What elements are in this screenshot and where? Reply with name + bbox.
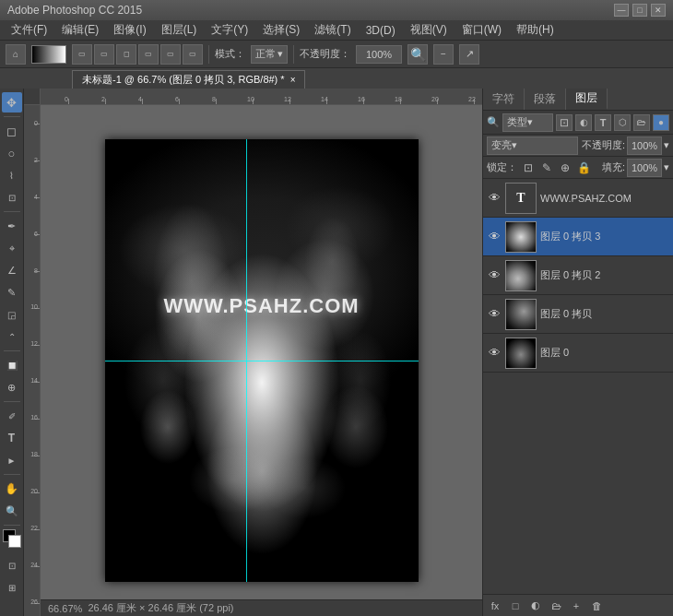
layer-eye-base[interactable]: 👁 — [487, 346, 502, 361]
opacity-input[interactable]: 100% — [356, 45, 402, 64]
tab-close-button[interactable]: × — [290, 75, 296, 85]
lock-artboard-btn[interactable]: ⊕ — [558, 160, 573, 175]
share-icon[interactable]: ↗ — [459, 44, 479, 65]
marquee-tool[interactable]: ◻ — [2, 121, 22, 141]
gradient-tool[interactable]: 🔲 — [2, 355, 22, 375]
filter-adj-btn[interactable]: ◐ — [575, 114, 592, 131]
layer-item-text[interactable]: 👁 T WWW.PSAHZ.COM — [483, 179, 673, 218]
filter-type-dropdown[interactable]: 类型 ▾ — [502, 113, 553, 132]
lasso-tool[interactable]: ○ — [2, 143, 22, 163]
fill-value-input[interactable]: 100% — [627, 159, 662, 177]
layer-group-btn[interactable]: 🗁 — [548, 598, 564, 614]
horizontal-guide — [105, 361, 419, 361]
layers-panel: 🔍 类型 ▾ ⊡ ◐ T ⬡ 🗁 ● 变亮 ▾ 不透明度: — [483, 111, 673, 616]
fill-row: 填充: 100% ▾ — [602, 159, 669, 177]
eyedropper-tool[interactable]: ✒ — [2, 216, 22, 236]
brush-presets: ▭ ▭ ◻ ▭ ▭ ▭ — [72, 44, 203, 65]
layer-item-copy[interactable]: 👁 图层 0 拷贝 — [483, 295, 673, 334]
path-select-tool[interactable]: ► — [2, 450, 22, 470]
menu-file[interactable]: 文件(F) — [4, 20, 54, 40]
zoom-out-icon[interactable]: − — [433, 44, 454, 65]
filter-type-btn[interactable]: T — [595, 114, 611, 131]
eraser-tool[interactable]: ⌃ — [2, 326, 22, 347]
menu-3d[interactable]: 3D(D) — [359, 22, 403, 39]
screen-mode-tool[interactable]: ⊞ — [2, 577, 22, 598]
blend-mode-dropdown[interactable]: 变亮 ▾ — [487, 136, 578, 155]
ruler-h-label: 0 — [65, 96, 68, 102]
lock-pixels-btn[interactable]: ⊡ — [521, 160, 536, 175]
minimize-button[interactable]: — — [614, 4, 629, 17]
brush-preset-1[interactable]: ▭ — [72, 44, 92, 65]
blend-mode-bar: 变亮 ▾ 不透明度: 100% ▾ — [483, 135, 673, 157]
tab-paragraph[interactable]: 段落 — [525, 89, 566, 110]
zoom-in-icon[interactable]: 🔍 — [407, 44, 428, 65]
menu-filter[interactable]: 滤镜(T) — [307, 20, 358, 40]
layer-eye-copy3[interactable]: 👁 — [487, 230, 502, 244]
layers-toolbar: fx □ ◐ 🗁 + 🗑 — [483, 594, 673, 616]
quick-mask-tool[interactable]: ⊡ — [2, 555, 22, 575]
layer-name-copy3: 图层 0 拷贝 3 — [540, 230, 669, 243]
filter-shape-btn[interactable]: ⬡ — [614, 114, 631, 131]
menu-edit[interactable]: 编辑(E) — [54, 20, 106, 40]
foreground-background-swatch[interactable] — [3, 529, 21, 548]
menu-window[interactable]: 窗口(W) — [455, 20, 509, 40]
menu-select[interactable]: 选择(S) — [255, 20, 307, 40]
type-tool[interactable]: T — [2, 428, 22, 448]
opacity-value-input[interactable]: 100% — [627, 136, 662, 155]
home-icon[interactable]: ⌂ — [6, 44, 26, 65]
layer-eye-copy[interactable]: 👁 — [487, 307, 502, 322]
brush-preset-2[interactable]: ▭ — [94, 44, 114, 65]
mode-dropdown[interactable]: 正常 ▾ — [251, 45, 288, 64]
clone-tool[interactable]: ✎ — [2, 282, 22, 302]
zoom-tool[interactable]: 🔍 — [2, 501, 22, 521]
brush-preset-3[interactable]: ◻ — [116, 44, 136, 65]
color-swatch[interactable] — [31, 45, 66, 64]
tool-sep-6 — [4, 525, 20, 526]
layer-adj-btn[interactable]: ◐ — [527, 598, 544, 614]
vertical-guide — [246, 139, 247, 582]
history-tool[interactable]: ◲ — [2, 304, 22, 325]
healing-tool[interactable]: ⌖ — [2, 238, 22, 258]
layer-delete-btn[interactable]: 🗑 — [588, 598, 605, 614]
layer-item-copy3[interactable]: 👁 图层 0 拷贝 3 — [483, 218, 673, 256]
layers-list: 👁 T WWW.PSAHZ.COM 👁 图层 0 拷贝 3 👁 — [483, 179, 673, 594]
canvas-dimensions: 26.46 厘米 × 26.46 厘米 (72 ppi) — [88, 601, 233, 615]
menu-layer[interactable]: 图层(L) — [154, 20, 205, 40]
document-tab[interactable]: 未标题-1 @ 66.7% (图层 0 拷贝 3, RGB/8#) * × — [72, 70, 305, 89]
layer-fx-btn[interactable]: fx — [487, 598, 503, 614]
layer-item-copy2[interactable]: 👁 图层 0 拷贝 2 — [483, 256, 673, 295]
menu-type[interactable]: 文字(Y) — [204, 20, 255, 40]
menu-image[interactable]: 图像(I) — [106, 20, 153, 40]
tab-character[interactable]: 字符 — [483, 89, 525, 110]
crop-tool[interactable]: ⊡ — [2, 187, 22, 207]
layer-new-btn[interactable]: + — [568, 598, 584, 614]
main-area: ✥ ◻ ○ ⌇ ⊡ ✒ ⌖ ∠ ✎ ◲ ⌃ 🔲 ⊕ ✐ T ► ✋ 🔍 ⊡ ⊞ — [0, 89, 673, 616]
lock-all-btn[interactable]: 🔒 — [576, 160, 591, 175]
layer-mask-btn[interactable]: □ — [507, 598, 524, 614]
layer-eye-text[interactable]: 👁 — [487, 191, 502, 206]
move-tool[interactable]: ✥ — [2, 92, 22, 113]
layer-item-base[interactable]: 👁 图层 0 — [483, 334, 673, 373]
watermark-text: WWW.PSAHZ.COM — [163, 294, 359, 318]
filter-pixel-btn[interactable]: ⊡ — [556, 114, 573, 131]
background-color[interactable] — [8, 535, 21, 548]
filter-toggle-btn[interactable]: ● — [653, 114, 669, 131]
pen-tool[interactable]: ✐ — [2, 406, 22, 426]
close-button[interactable]: ✕ — [651, 4, 666, 17]
brush-tool[interactable]: ∠ — [2, 260, 22, 280]
tab-layers[interactable]: 图层 — [566, 89, 608, 110]
maximize-button[interactable]: □ — [632, 4, 647, 17]
lock-position-btn[interactable]: ✎ — [539, 160, 554, 175]
canvas-content[interactable]: WWW.PSAHZ.COM — [41, 105, 482, 616]
brush-preset-5[interactable]: ▭ — [160, 44, 181, 65]
menu-view[interactable]: 视图(V) — [403, 20, 455, 40]
layer-eye-copy2[interactable]: 👁 — [487, 268, 502, 283]
quick-select-tool[interactable]: ⌇ — [2, 165, 22, 185]
brush-preset-4[interactable]: ▭ — [138, 44, 159, 65]
filter-smart-btn[interactable]: 🗁 — [633, 114, 650, 131]
tool-sep-1 — [4, 116, 20, 117]
brush-preset-6[interactable]: ▭ — [183, 44, 203, 65]
menu-help[interactable]: 帮助(H) — [509, 20, 561, 40]
hand-tool[interactable]: ✋ — [2, 479, 22, 499]
dodge-tool[interactable]: ⊕ — [2, 377, 22, 397]
